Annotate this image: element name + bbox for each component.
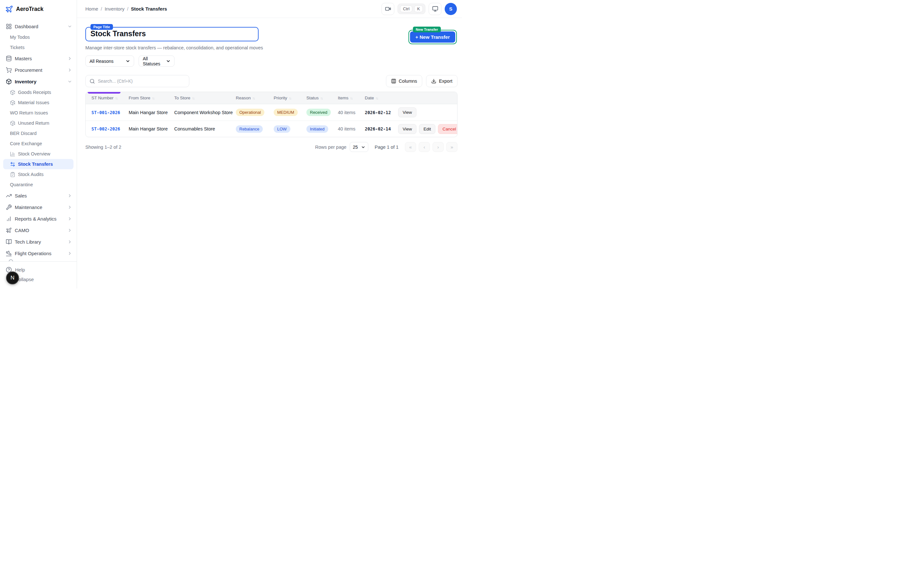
columns-button[interactable]: Columns [386,75,422,87]
reason-cell: Operational [236,109,274,116]
chevron-right-icon [67,56,72,61]
sidebar-item-label: Material Issues [18,100,49,105]
sidebar-item-inventory[interactable]: Inventory [0,76,77,87]
sidebar-item-stock-overview[interactable]: Stock Overview [0,149,77,159]
column-header-to-store[interactable]: To Store↑↓ [174,95,236,100]
column-header-reason[interactable]: Reason↑↓ [236,95,274,100]
sidebar-item-wo-return-issues[interactable]: WO Return Issues [0,108,77,118]
reason-badge: Rebalance [236,125,263,133]
column-label: Priority [274,95,287,100]
sidebar-item-camo[interactable]: CAMO [0,224,77,236]
annotation-badge-new-transfer: New Transfer [413,27,441,32]
breadcrumb-home[interactable]: Home [86,6,98,11]
column-label: Status [306,95,318,100]
sidebar-item-label: Stock Audits [18,172,44,177]
dev-tools-badge[interactable]: N [6,271,19,284]
sidebar-item-tickets[interactable]: Tickets [0,42,77,53]
screen-record-button[interactable] [381,3,394,15]
column-label: Reason [236,95,251,100]
last-page-button[interactable]: » [446,142,457,152]
first-page-button[interactable]: « [405,142,416,152]
cancel-button[interactable]: Cancel [438,124,457,134]
column-header-status[interactable]: Status↑↓ [306,95,338,100]
table-header-row: ST Number↑↓ From Store↑↓ To Store↑↓ Reas… [86,92,457,104]
sidebar-item-label: Sales [15,193,27,198]
search-box [86,75,189,87]
display-mode-button[interactable] [429,3,441,15]
chevron-right-icon [67,193,72,198]
reason-filter-select[interactable]: All Reasons [86,55,134,67]
chevron-left-icon: ‹ [423,144,425,150]
st-number-link[interactable]: ST-001-2026 [91,110,129,115]
column-label: To Store [174,95,190,100]
sidebar-item-flight-operations[interactable]: Flight Operations [0,247,77,259]
topbar-actions: Ctrl K S [381,3,457,15]
keyboard-shortcut-hint[interactable]: Ctrl K [397,3,425,14]
column-header-from-store[interactable]: From Store↑↓ [129,95,174,100]
sidebar-item-procurement[interactable]: Procurement [0,64,77,76]
sidebar-item-stock-transfers[interactable]: Stock Transfers [3,159,73,169]
search-input[interactable] [98,79,185,84]
sidebar-item-sales[interactable]: Sales [0,190,77,201]
export-button[interactable]: Export [426,75,457,87]
sidebar-item-label: Core Exchange [10,141,42,146]
next-page-button[interactable]: › [433,142,444,152]
sidebar-item-quarantine[interactable]: Quarantine [0,179,77,190]
user-avatar[interactable]: S [445,3,457,15]
column-header-st-number[interactable]: ST Number↑↓ [91,95,129,100]
sidebar-item-material-issues[interactable]: Material Issues [0,97,77,108]
sidebar-item-goods-receipts[interactable]: Goods Receipts [0,87,77,97]
sidebar-item-my-todos[interactable]: My Todos [0,32,77,42]
column-label: From Store [129,95,150,100]
breadcrumb-inventory[interactable]: Inventory [105,6,124,11]
sidebar-item-label: Tech Library [15,239,41,245]
prev-page-button[interactable]: ‹ [419,142,430,152]
edit-button[interactable]: Edit [419,124,435,134]
sidebar-item-reports-analytics[interactable]: Reports & Analytics [0,213,77,224]
page-content: Page Title Stock Transfers Manage inter-… [77,18,462,288]
rows-per-page-value: 25 [353,145,358,150]
partial-nav-icon [0,259,77,261]
rows-per-page-label: Rows per page [315,145,347,150]
sort-icon: ↑↓ [320,96,322,100]
breadcrumb: Home / Inventory / Stock Transfers [86,6,167,11]
annotation-badge-page-title: Page Title [90,24,113,30]
st-number-link[interactable]: ST-002-2026 [91,126,129,131]
download-icon [431,79,436,84]
sidebar-item-dashboard[interactable]: Dashboard [0,21,77,32]
avatar-initial: S [449,6,452,11]
status-filter-select[interactable]: All Statuses [139,55,174,67]
sidebar-item-core-exchange[interactable]: Core Exchange [0,139,77,149]
view-button[interactable]: View [398,107,417,117]
sidebar-item-masters[interactable]: Masters [0,53,77,64]
sidebar-item-stock-audits[interactable]: Stock Audits [0,169,77,179]
sidebar-item-ber-discard[interactable]: BER Discard [0,128,77,139]
column-header-date[interactable]: Date↑↓ [365,95,398,100]
plane-landing-icon [6,250,12,256]
chevron-right-icon [67,68,72,73]
sidebar-item-maintenance[interactable]: Maintenance [0,201,77,213]
sidebar-item-label: BER Discard [10,131,37,136]
kbd-ctrl: Ctrl [400,5,412,12]
column-label: Items [338,95,349,100]
status-cell: Received [306,109,338,116]
clipboard-check-icon [10,172,15,177]
rows-per-page-select[interactable]: 25 [350,142,368,152]
search-icon [89,79,95,84]
view-button[interactable]: View [398,124,417,134]
toolbar-right: Columns Export [386,75,457,87]
page-title-annotation: Page Title Stock Transfers [86,27,258,41]
new-transfer-button[interactable]: + New Transfer [410,31,455,43]
sidebar-item-tech-library[interactable]: Tech Library [0,236,77,247]
column-header-priority[interactable]: Priority↑↓ [274,95,306,100]
kbd-k: K [414,5,423,12]
sidebar-item-label: Tickets [10,45,24,50]
showing-count: Showing 1–2 of 2 [86,145,121,150]
chevron-right-icon: › [437,144,439,150]
sidebar-item-unused-return[interactable]: Unused Return [0,118,77,128]
chevron-right-icon [67,205,72,210]
sidebar-item-label: Stock Overview [18,151,50,156]
column-header-items[interactable]: Items↑↓ [338,95,365,100]
priority-cell: LOW [274,125,306,133]
reason-cell: Rebalance [236,125,274,133]
